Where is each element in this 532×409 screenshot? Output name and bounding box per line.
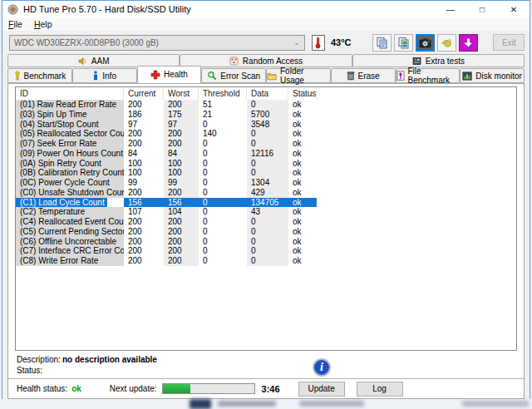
close-button[interactable]: ✕ [498, 1, 530, 17]
maximize-button[interactable]: □ [466, 1, 498, 17]
table-row[interactable]: (05) Reallocated Sector Count 200 200 14… [16, 129, 516, 139]
table-row[interactable]: (C1) Load Cycle Count 156 156 0 134705 o… [16, 198, 516, 208]
cell-worst: 200 [164, 256, 199, 266]
log-button[interactable]: Log [357, 382, 403, 397]
health-status-value: ok [71, 384, 81, 393]
cell-id: (C8) Write Error Rate [16, 256, 124, 266]
cell-worst: 104 [164, 207, 199, 217]
copy-text-button[interactable] [372, 34, 392, 52]
cell-threshold: 0 [199, 159, 247, 169]
benchmark-icon [14, 71, 21, 81]
tab-row-primary: Benchmark Info Health Error Scan [2, 68, 530, 84]
cell-id: (C1) Load Cycle Count [16, 198, 124, 208]
tab-erase[interactable]: Erase [331, 68, 396, 83]
cell-current: 200 [124, 129, 164, 139]
table-row[interactable]: (0C) Power Cycle Count 99 99 0 1304 ok [16, 178, 516, 188]
table-row[interactable]: (C8) Write Error Rate 200 200 0 0 ok [16, 256, 516, 266]
table-row[interactable]: (C6) Offline Uncorrectable 200 200 0 0 o… [16, 237, 516, 247]
tab-error-scan[interactable]: Error Scan [201, 68, 266, 83]
cell-threshold: 0 [199, 149, 247, 159]
cell-data: 0 [247, 168, 288, 178]
cell-id: (0A) Spin Retry Count [16, 159, 124, 169]
camera-icon [419, 37, 431, 48]
save-screenshot-button[interactable] [459, 34, 478, 52]
chevron-down-icon: ⌄ [293, 38, 300, 47]
cell-worst: 99 [164, 178, 199, 188]
table-row[interactable]: (01) Raw Read Error Rate 200 200 51 0 ok [16, 100, 516, 110]
column-header-current[interactable]: Current [124, 87, 164, 100]
column-header-id[interactable]: ID [16, 87, 124, 100]
hdtune-window: HD Tune Pro 5.70 - Hard Disk/SSD Utility… [2, 0, 530, 400]
table-row[interactable]: (0B) Calibration Retry Count 100 100 0 0… [16, 168, 516, 178]
column-header-status[interactable]: Status [288, 87, 317, 100]
tab-disk-monitor[interactable]: Disk monitor [460, 68, 525, 83]
cell-data: 3548 [247, 120, 288, 130]
screenshot-button[interactable] [416, 34, 435, 52]
column-header-worst[interactable]: Worst [164, 87, 199, 100]
cell-data: 0 [247, 139, 288, 149]
tab-extra-tests[interactable]: Extra tests [352, 54, 525, 67]
cell-data: 134705 [247, 198, 288, 208]
cell-id: (04) Start/Stop Count [16, 120, 124, 130]
column-header-data[interactable]: Data [247, 87, 288, 100]
exit-button[interactable]: Exit [493, 34, 525, 51]
cell-current: 156 [124, 198, 164, 208]
copy-image-button[interactable] [394, 34, 413, 52]
cell-status: ok [288, 129, 317, 139]
cell-worst: 200 [164, 227, 199, 237]
minimize-button[interactable]: — [435, 1, 466, 17]
table-row[interactable]: (C5) Current Pending Sector 200 200 0 0 … [16, 227, 516, 237]
cell-worst: 200 [164, 100, 199, 110]
table-row[interactable]: (C0) Unsafe Shutdown Count 200 200 0 429… [16, 188, 516, 198]
cell-current: 97 [124, 120, 164, 130]
cell-current: 200 [124, 246, 164, 256]
titlebar: HD Tune Pro 5.70 - Hard Disk/SSD Utility… [2, 1, 530, 17]
attribute-details: Description: no description available St… [17, 355, 157, 377]
tab-file-benchmark[interactable]: File Benchmark [396, 68, 461, 83]
cell-worst: 200 [164, 129, 199, 139]
next-update-label: Next update: [110, 384, 157, 393]
tab-health[interactable]: Health [137, 66, 202, 83]
cell-worst: 200 [164, 139, 199, 149]
desktop-background-strip [0, 399, 532, 409]
tab-folder-usage[interactable]: Folder Usage [266, 68, 331, 83]
table-row[interactable]: (03) Spin Up Time 186 175 21 5700 ok [16, 110, 516, 120]
table-row[interactable]: (09) Power On Hours Count 84 84 0 12116 … [16, 149, 516, 159]
cell-current: 200 [124, 237, 164, 247]
cell-status: ok [288, 159, 317, 169]
table-row[interactable]: (C4) Reallocated Event Count 200 200 0 0… [16, 217, 516, 227]
tab-label: Extra tests [426, 57, 465, 66]
health-status-label: Health status: [17, 384, 67, 393]
menu-help[interactable]: Help [34, 19, 52, 29]
table-row[interactable]: (0A) Spin Retry Count 100 100 0 0 ok [16, 159, 516, 169]
table-row[interactable]: (C7) Interface CRC Error Count 200 200 0… [16, 246, 516, 256]
cell-current: 99 [124, 178, 164, 188]
tab-info[interactable]: Info [72, 68, 137, 83]
thermometer-icon [314, 37, 322, 49]
cell-id: (C7) Interface CRC Error Count [16, 246, 124, 256]
cell-status: ok [288, 178, 317, 188]
menu-file[interactable]: File [8, 19, 22, 29]
table-row[interactable]: (C2) Temperature 107 104 0 43 ok [16, 207, 516, 217]
options-button[interactable] [437, 34, 456, 52]
tab-benchmark[interactable]: Benchmark [7, 68, 72, 83]
cell-current: 100 [124, 159, 164, 169]
column-header-threshold[interactable]: Threshold [199, 87, 247, 100]
cell-worst: 100 [164, 159, 199, 169]
cell-current: 100 [124, 168, 164, 178]
tab-random-access[interactable]: Random Access [180, 54, 352, 67]
description-value: no description available [62, 355, 157, 364]
update-button[interactable]: Update [298, 382, 345, 397]
table-row[interactable]: (07) Seek Error Rate 200 200 0 0 ok [16, 139, 516, 149]
cell-data: 0 [247, 246, 288, 256]
window-title: HD Tune Pro 5.70 - Hard Disk/SSD Utility [23, 4, 191, 14]
menubar: File Help [2, 17, 530, 31]
cell-current: 200 [124, 100, 164, 110]
table-row[interactable]: (04) Start/Stop Count 97 97 0 3548 ok [16, 120, 516, 130]
info-icon[interactable]: i [313, 358, 331, 377]
tab-label: Error Scan [220, 71, 260, 81]
drive-selector[interactable]: WDC WD30EZRX-00D8PB0 (3000 gB) ⌄ [9, 35, 305, 51]
file-benchmark-icon [397, 71, 405, 81]
tab-label: AAM [91, 57, 110, 66]
cell-worst: 156 [164, 198, 199, 208]
